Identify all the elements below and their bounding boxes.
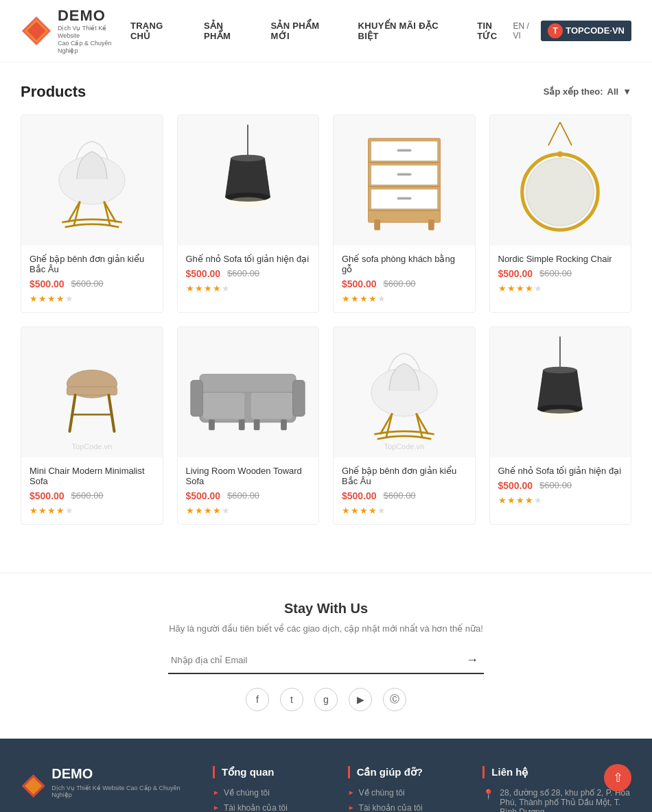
product-info: Living Room Wooden Toward Sofa $500.00 $… (178, 457, 319, 524)
product-card[interactable]: Ghế sofa phòng khách bằng gỗ $500.00 $60… (333, 115, 476, 313)
scroll-top-button[interactable]: ⇧ (604, 764, 631, 791)
svg-rect-41 (209, 419, 215, 430)
product-stars: ★★★★★ (498, 495, 623, 505)
star-icon: ★ (38, 505, 47, 516)
product-price-current: $500.00 (342, 278, 377, 289)
star-icon: ★ (516, 495, 525, 505)
language-switcher[interactable]: EN / VI (513, 21, 534, 40)
sort-chevron-icon: ▼ (622, 86, 631, 97)
star-icon: ★ (186, 283, 195, 294)
address-text: 28, đường số 28, khu phố 2, P. Hòa Phú, … (500, 788, 631, 812)
product-prices: $500.00 $600.00 (498, 268, 623, 279)
nav-trangchu[interactable]: TRANG CHỦ (130, 21, 183, 41)
product-name: Living Room Wooden Toward Sofa (186, 466, 311, 486)
product-stars: ★★★★★ (186, 505, 311, 516)
product-info: Nordic Simple Rocking Chair $500.00 $600… (490, 246, 631, 302)
product-prices: $500.00 $600.00 (30, 490, 154, 501)
star-icon: ★ (342, 505, 351, 516)
product-grid: Ghế bập bênh đơn giản kiểu Bắc Âu $500.0… (21, 115, 631, 525)
logo[interactable]: DEMO Dịch Vụ Thiết Kế WebsiteCao Cấp & C… (21, 7, 130, 55)
star-icon: ★ (204, 505, 213, 516)
product-info: Ghế nhỏ Sofa tối giản hiện đại $500.00 $… (490, 457, 631, 514)
logo-subtitle: Dịch Vụ Thiết Kế WebsiteCao Cấp & Chuyên… (58, 25, 130, 54)
product-card[interactable]: TopCode.vn Ghế bập bênh đơn giản kiểu Bắ… (333, 326, 476, 525)
product-prices: $500.00 $600.00 (30, 278, 154, 289)
nav-sanpham[interactable]: SẢN PHẨM (204, 21, 250, 41)
twitter-icon[interactable]: t (280, 688, 303, 711)
product-image (178, 115, 319, 246)
sort-dropdown[interactable]: Sắp xếp theo: All ▼ (544, 86, 631, 97)
star-icon: ★ (195, 283, 204, 294)
star-icon: ★ (507, 495, 516, 505)
star-icon: ★ (186, 505, 195, 516)
footer-col-about: DEMO Dịch Vụ Thiết Kế Website Cao Cấp & … (21, 766, 192, 812)
product-card[interactable]: Living Room Wooden Toward Sofa $500.00 $… (177, 326, 320, 525)
nav-tintuc[interactable]: TIN TỨC (477, 21, 513, 41)
svg-rect-21 (397, 173, 411, 176)
svg-rect-42 (281, 419, 287, 430)
svg-rect-24 (428, 219, 434, 230)
svg-line-26 (560, 122, 572, 145)
instagram-icon[interactable]: Ⓒ (383, 688, 406, 711)
footer-logo-demo: DEMO (51, 766, 192, 782)
product-name: Ghế bập bênh đơn giản kiểu Bắc Âu (30, 254, 154, 274)
star-icon: ★ (38, 294, 47, 304)
product-price-current: $500.00 (30, 278, 65, 289)
newsletter-email-input[interactable] (168, 647, 461, 673)
badge-icon: T (548, 23, 563, 38)
footer-link-item: ►Về chúng tôi (348, 788, 463, 798)
svg-point-12 (229, 197, 268, 208)
product-image: TopCode.vn (21, 327, 163, 457)
product-stars: ★★★★★ (30, 294, 154, 304)
product-card[interactable]: Ghế nhỏ Sofa tối giản hiện đại $500.00 $… (489, 326, 632, 525)
product-price-old: $600.00 (71, 490, 104, 501)
star-icon: ★ (342, 294, 351, 304)
google-icon[interactable]: g (314, 688, 338, 711)
product-price-current: $500.00 (498, 268, 533, 279)
product-card[interactable]: TopCode.vn Mini Chair Modern Minimalist … (21, 326, 163, 525)
star-icon: ★ (65, 294, 74, 304)
topcode-badge: T TOPCODE·VN (541, 21, 631, 41)
product-info: Mini Chair Modern Minimalist Sofa $500.0… (21, 457, 163, 524)
logo-demo-text: DEMO (58, 7, 130, 25)
product-card[interactable]: Nordic Simple Rocking Chair $500.00 $600… (489, 115, 632, 313)
star-icon: ★ (204, 283, 213, 294)
footer-heading-help: Cần giúp đỡ? (348, 766, 463, 778)
main-content: Products Sắp xếp theo: All ▼ (0, 62, 652, 573)
star-icon: ★ (47, 505, 56, 516)
product-card[interactable]: Ghế bập bênh đơn giản kiểu Bắc Âu $500.0… (21, 115, 163, 313)
footer-col-tongquan: Tổng quan ►Về chúng tôi ►Tài khoản của t… (213, 766, 327, 812)
badge-text: TOPCODE·VN (566, 25, 625, 36)
product-price-current: $500.00 (342, 490, 377, 501)
svg-marker-56 (25, 778, 42, 795)
svg-point-54 (541, 409, 580, 420)
footer-link-ve-chung-toi[interactable]: Về chúng tôi (224, 788, 270, 798)
facebook-icon[interactable]: f (246, 688, 269, 711)
svg-point-52 (544, 366, 577, 373)
product-stars: ★★★★★ (498, 283, 623, 294)
nav-sanphammoi[interactable]: SẢN PHẨM MỚI (271, 21, 338, 41)
footer-help-ve-chung-toi[interactable]: Về chúng tôi (359, 788, 405, 798)
product-image (490, 327, 631, 457)
product-price-current: $500.00 (186, 268, 221, 279)
footer-address: 📍 28, đường số 28, khu phố 2, P. Hòa Phú… (482, 788, 631, 812)
nav-khuyenmai[interactable]: KHUYẾN MÃI ĐẶC BIỆT (358, 21, 457, 41)
product-stars: ★★★★★ (186, 283, 311, 294)
star-icon: ★ (65, 505, 74, 516)
product-name: Ghế sofa phòng khách bằng gỗ (342, 254, 467, 274)
star-icon: ★ (222, 283, 231, 294)
logo-icon (21, 14, 52, 47)
product-prices: $500.00 $600.00 (498, 480, 623, 491)
svg-point-29 (557, 151, 563, 157)
svg-rect-44 (254, 419, 260, 430)
product-image: TopCode.vn (334, 327, 475, 457)
product-card[interactable]: Ghế nhỏ Sofa tối giản hiện đại $500.00 $… (177, 115, 320, 313)
star-icon: ★ (213, 505, 222, 516)
youtube-icon[interactable]: ▶ (349, 688, 372, 711)
newsletter-submit-button[interactable]: → (461, 647, 484, 673)
product-stars: ★★★★★ (342, 294, 467, 304)
star-icon: ★ (377, 505, 386, 516)
footer-help-tai-khoan[interactable]: Tài khoản của tôi (359, 803, 423, 812)
footer-link-tai-khoan[interactable]: Tài khoản của tôi (224, 803, 288, 812)
star-icon: ★ (534, 283, 543, 294)
